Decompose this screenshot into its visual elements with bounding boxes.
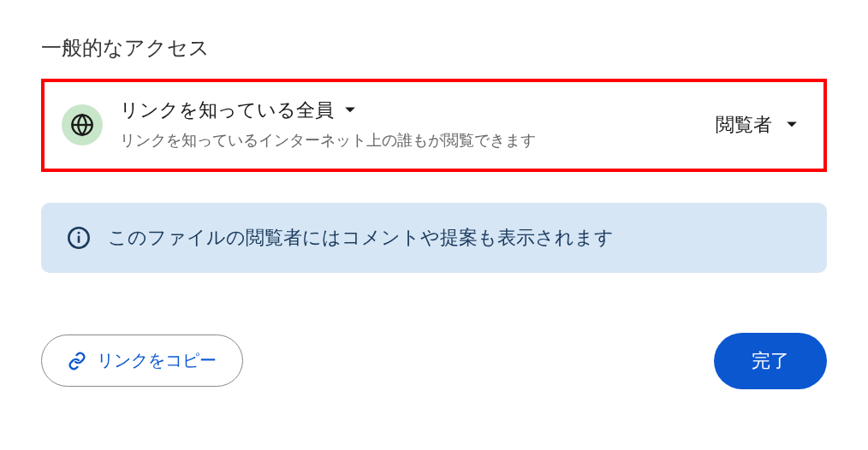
access-description: リンクを知っているインターネット上の誰もが閲覧できます — [120, 128, 582, 153]
info-icon — [67, 226, 91, 250]
caret-down-icon — [786, 121, 798, 129]
role-selector[interactable]: 閲覧者 — [716, 112, 806, 138]
copy-link-button[interactable]: リンクをコピー — [41, 335, 243, 387]
access-main-info: リンクを知っている全員 リンクを知っているインターネット上の誰もが閲覧できます — [120, 98, 699, 153]
access-scope-selector[interactable]: リンクを知っている全員 — [120, 98, 699, 123]
info-text: このファイルの閲覧者にはコメントや提案も表示されます — [108, 225, 614, 251]
svg-point-3 — [78, 232, 80, 234]
role-label: 閲覧者 — [716, 112, 772, 138]
link-icon — [68, 352, 86, 370]
general-access-title: 一般的なアクセス — [41, 34, 827, 62]
info-message-box: このファイルの閲覧者にはコメントや提案も表示されます — [41, 203, 827, 273]
globe-icon — [62, 104, 103, 145]
caret-down-icon — [344, 106, 356, 115]
copy-link-label: リンクをコピー — [97, 349, 217, 372]
access-scope-label: リンクを知っている全員 — [120, 98, 334, 123]
access-settings-row: リンクを知っている全員 リンクを知っているインターネット上の誰もが閲覧できます … — [41, 79, 827, 172]
done-button[interactable]: 完了 — [714, 333, 827, 389]
dialog-footer: リンクをコピー 完了 — [41, 333, 827, 389]
